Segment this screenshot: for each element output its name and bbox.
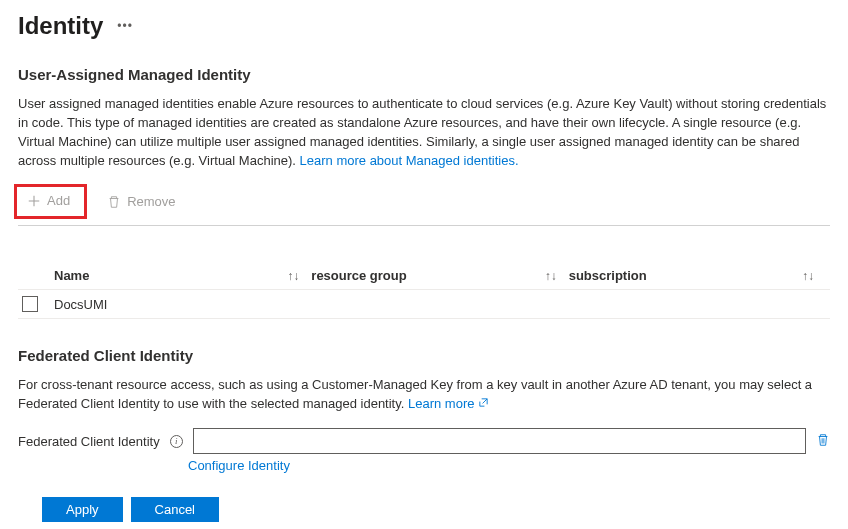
page-header: Identity •••: [18, 12, 830, 40]
more-icon[interactable]: •••: [117, 19, 133, 33]
col-name[interactable]: Name: [54, 268, 271, 283]
sort-icon[interactable]: ↑↓: [802, 269, 826, 283]
umi-learn-more-link[interactable]: Learn more about Managed identities.: [300, 153, 519, 168]
federated-field-label: Federated Client Identity: [18, 434, 160, 449]
col-subscription[interactable]: subscription: [569, 268, 786, 283]
cancel-button[interactable]: Cancel: [131, 497, 219, 522]
remove-button-label: Remove: [127, 194, 175, 209]
delete-button[interactable]: [816, 433, 830, 450]
sort-icon[interactable]: ↑↓: [545, 269, 569, 283]
federated-section: Federated Client Identity For cross-tena…: [18, 347, 830, 473]
configure-identity-row: Configure Identity: [188, 458, 830, 473]
apply-button[interactable]: Apply: [42, 497, 123, 522]
federated-client-identity-input[interactable]: [193, 428, 806, 454]
umi-description: User assigned managed identities enable …: [18, 95, 830, 170]
external-link-icon: [478, 397, 489, 408]
configure-identity-link[interactable]: Configure Identity: [188, 458, 290, 473]
trash-icon: [107, 195, 121, 209]
trash-icon: [816, 433, 830, 447]
umi-section: User-Assigned Managed Identity User assi…: [18, 66, 830, 319]
page-title: Identity: [18, 12, 103, 40]
row-checkbox[interactable]: [22, 296, 38, 312]
federated-description: For cross-tenant resource access, such a…: [18, 376, 830, 414]
remove-button[interactable]: Remove: [101, 190, 181, 213]
col-resource-group[interactable]: resource group: [311, 268, 528, 283]
cell-name: DocsUMI: [54, 297, 271, 312]
sort-icon[interactable]: ↑↓: [287, 269, 311, 283]
footer-buttons: Apply Cancel: [42, 497, 830, 522]
table-row: DocsUMI: [18, 290, 830, 319]
plus-icon: [27, 194, 41, 208]
federated-input-row: Federated Client Identity i: [18, 428, 830, 454]
federated-learn-more-link[interactable]: Learn more: [408, 396, 489, 411]
add-button-highlight: Add: [14, 184, 87, 219]
table-header-row: Name ↑↓ resource group ↑↓ subscription ↑…: [18, 262, 830, 290]
info-icon[interactable]: i: [170, 435, 183, 448]
umi-toolbar: Add Remove: [18, 184, 830, 226]
umi-section-title: User-Assigned Managed Identity: [18, 66, 830, 83]
federated-section-title: Federated Client Identity: [18, 347, 830, 364]
umi-table: Name ↑↓ resource group ↑↓ subscription ↑…: [18, 262, 830, 319]
add-button[interactable]: Add: [21, 189, 76, 212]
add-button-label: Add: [47, 193, 70, 208]
